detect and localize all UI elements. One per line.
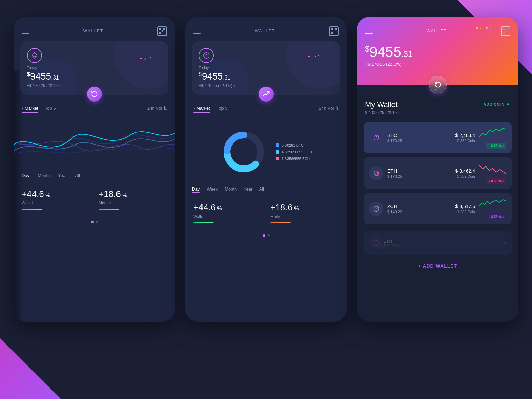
- svg-point-15: [374, 241, 379, 246]
- panel1-dots-indicator: [14, 217, 175, 230]
- stat-bar-market-2: [270, 222, 291, 223]
- dot-xs-3: [318, 55, 319, 56]
- bg-decoration-bl: [0, 338, 61, 399]
- stat-market-label-2: Market: [270, 214, 339, 219]
- tab-top5-1[interactable]: Top 5: [45, 106, 56, 111]
- stat-bar-wallet-1: [22, 209, 42, 210]
- qr-code-icon-3[interactable]: [501, 26, 510, 36]
- hamburger-menu-icon-3[interactable]: [365, 29, 373, 34]
- zch-price-col: $ 3,517.6 1.382 Coin: [455, 204, 475, 214]
- stat-market-pct-1: +18.6 %: [99, 189, 167, 199]
- svg-text:₿: ₿: [375, 136, 377, 139]
- legend-btc: 0.00281 BTC: [276, 143, 312, 147]
- hamburger-menu-icon[interactable]: [22, 29, 29, 34]
- card-inner: Today $9455.31 +$ 170.25 (22.1%) ↑: [27, 48, 162, 88]
- close-button[interactable]: ×: [503, 240, 506, 247]
- zch-sub: $ 140.22: [387, 210, 451, 214]
- panel1-wallet-card: Today $9455.31 +$ 170.25 (22.1%) ↑: [20, 41, 168, 95]
- tab-market-2[interactable]: ▾ Market: [193, 106, 210, 111]
- panel2-stats: +44.6 % Wallet +18.6 % Market: [185, 196, 347, 230]
- btc-coin-badge: ₿: [199, 48, 214, 63]
- legend-dot-eth: [276, 150, 279, 154]
- panel3-hero-dots: [476, 27, 491, 29]
- time-tab-day-2[interactable]: Day: [192, 186, 200, 192]
- eth-chart-col: - 8.56 % ↓: [479, 162, 506, 184]
- svg-text:Z: Z: [375, 207, 377, 210]
- legend-dot-btc: [276, 143, 279, 147]
- bottom-coin-name: ETH: [383, 239, 503, 244]
- panel3-hero-card: WALLET $9455.31 +$ 170.25 (22.1%) ↑: [357, 17, 518, 85]
- eth-price-col: $ 3,462.4 0.382 Coin: [455, 168, 475, 178]
- tab-vol-1[interactable]: 24h Vol ⇅: [147, 106, 167, 111]
- time-tab-month-2[interactable]: Month: [225, 186, 237, 192]
- eth-sub: $ 170.25: [387, 174, 451, 178]
- dot-yellow-1: [476, 27, 478, 29]
- time-tab-year-1[interactable]: Year: [58, 173, 67, 178]
- panel1-title: WALLET: [83, 29, 104, 34]
- time-tab-all-2[interactable]: All: [259, 186, 264, 192]
- refresh-button-1[interactable]: [87, 87, 102, 102]
- tab-market-1[interactable]: ▾ Market: [22, 106, 38, 111]
- legend-zch: 1.33566555 ZCH: [276, 157, 312, 161]
- eth-price: $ 3,462.4: [455, 168, 475, 174]
- stat-bar-wallet-2: [193, 222, 214, 223]
- stat-wallet-label-1: Wallet: [22, 201, 90, 205]
- time-tab-all-1[interactable]: All: [75, 173, 80, 178]
- add-coin-button[interactable]: ADD COIN ✦: [484, 102, 510, 107]
- stat-wallet-pct-1: +44.6 %: [22, 189, 90, 199]
- card-inner-2: ₿ Today $9455.31 +$ 170.25 (22.1%) ↑: [199, 48, 333, 88]
- bottom-coin-price: $ 3,462.4: [383, 244, 503, 248]
- dot-pink-2: [308, 56, 310, 57]
- eth-info: ETH $ 170.25: [387, 168, 451, 178]
- zch-price: $ 3,517.6: [455, 204, 475, 209]
- zch-icon-wrap: Z: [369, 202, 383, 216]
- stat-wallet-pct-2: +44.6 %: [193, 202, 262, 213]
- eth-coin-badge: [27, 48, 42, 63]
- stat-wallet-1: +44.6 % Wallet: [22, 189, 90, 210]
- panel1-card-label: Today: [27, 66, 162, 70]
- qr-code-icon-2[interactable]: [329, 26, 339, 36]
- legend-dot-zch: [276, 157, 279, 160]
- my-wallet-subtitle: $ 4,090.25 (22.1%) ↑: [365, 110, 403, 115]
- coin-item-zch[interactable]: Z ZCH $ 140.22 $ 3,517.6 1.382 Coin -: [364, 193, 512, 224]
- panel2-dots-indicator: [185, 230, 347, 244]
- panel1-header: WALLET: [14, 17, 175, 41]
- panel3-title: WALLET: [427, 29, 447, 34]
- time-tab-week-2[interactable]: Week: [207, 186, 218, 192]
- btc-pct-badge: + 8.56 % ↑: [486, 143, 506, 149]
- time-tab-month-1[interactable]: Month: [38, 173, 50, 178]
- stat-wallet-2: +44.6 % Wallet: [193, 202, 262, 223]
- panel-2: WALLET ₿: [185, 17, 347, 322]
- svg-text:₿: ₿: [205, 54, 207, 58]
- coin-item-btc[interactable]: ₿ BTC $ 170.25 $ 2,463.4 0.382 Coin +: [364, 122, 512, 153]
- time-tab-year-2[interactable]: Year: [243, 186, 252, 192]
- btc-subprice: 0.382 Coin: [455, 139, 475, 143]
- panel3-hero-change: +$ 170.25 (22.1%) ↑: [365, 62, 510, 67]
- zch-name: ZCH: [387, 204, 451, 209]
- dot-yellow-2: [480, 28, 481, 29]
- time-tab-day-1[interactable]: Day: [22, 173, 29, 178]
- coin-item-eth[interactable]: ETH $ 170.25 $ 3,462.4 0.382 Coin - 8.56…: [364, 157, 512, 189]
- stat-market-pct-2: +18.6 %: [270, 202, 339, 213]
- panel-1: WALLET: [14, 17, 175, 322]
- panel2-wallet-card: ₿ Today $9455.31 +$ 170.25 (22.1%) ↑: [192, 41, 340, 95]
- hamburger-menu-icon-2[interactable]: [193, 29, 201, 34]
- bottom-coin-overlay: ETH $ 3,462.4 ×: [364, 231, 512, 255]
- refresh-button-3[interactable]: [429, 76, 447, 93]
- my-wallet-title: My Wallet: [365, 100, 403, 109]
- btc-chart-col: + 8.56 % ↑: [479, 127, 506, 149]
- tab-vol-2[interactable]: 24h Vol ⇅: [319, 106, 339, 111]
- panel-3: WALLET $9455.31 +$ 170.25 (22.1%) ↑: [357, 17, 518, 322]
- zch-pct-badge: - 8.56 % ↓: [487, 214, 506, 220]
- stat-market-2: +18.6 % Market: [262, 202, 339, 223]
- tab-top5-2[interactable]: Top 5: [217, 106, 228, 111]
- dot-white-2: [490, 28, 491, 29]
- qr-code-icon[interactable]: [157, 26, 167, 36]
- bottom-coin-info: ETH $ 3,462.4: [383, 239, 503, 248]
- stat-bar-market-1: [99, 209, 119, 210]
- analytics-button-2[interactable]: [259, 87, 274, 102]
- eth-subprice: 0.382 Coin: [455, 174, 475, 178]
- add-wallet-button[interactable]: + ADD WALLET: [418, 263, 457, 269]
- dot-pink: [140, 58, 142, 59]
- btc-price-col: $ 2,463.4 0.382 Coin: [455, 133, 475, 143]
